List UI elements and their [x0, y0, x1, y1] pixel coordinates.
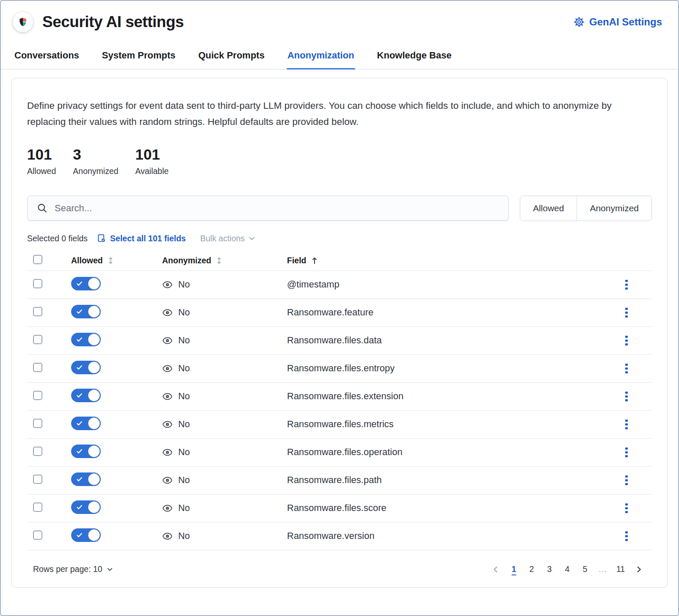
check-icon	[76, 448, 83, 455]
table-footer: Rows per page: 10 12345...11	[27, 550, 652, 580]
eye-icon	[162, 279, 173, 290]
row-actions-button[interactable]	[623, 333, 630, 348]
anonymized-value: No	[178, 391, 190, 402]
row-actions-button[interactable]	[623, 501, 630, 516]
stat-label: Available	[135, 166, 169, 176]
row-checkbox[interactable]	[33, 503, 42, 512]
eye-icon	[162, 419, 173, 430]
table-row: No Ransomware.files.path	[27, 466, 652, 494]
boxes-vertical-icon	[625, 420, 628, 422]
row-actions-button[interactable]	[623, 529, 630, 544]
row-checkbox[interactable]	[33, 447, 42, 456]
pagination-next-button[interactable]	[632, 564, 646, 575]
check-icon	[76, 504, 83, 511]
row-actions-button[interactable]	[623, 389, 630, 404]
row-checkbox[interactable]	[33, 363, 42, 372]
select-all-label: Select all 101 fields	[110, 234, 186, 243]
toggle-knob	[88, 529, 100, 541]
check-icon	[76, 532, 83, 539]
chevron-right-icon	[635, 566, 643, 573]
genai-settings-label: GenAI Settings	[589, 16, 662, 28]
boxes-vertical-icon	[625, 364, 628, 366]
pagination-page-2[interactable]: 2	[525, 562, 538, 577]
chevron-down-icon	[107, 566, 113, 572]
column-header-allowed[interactable]: Allowed	[71, 256, 114, 265]
row-checkbox[interactable]	[33, 307, 42, 316]
row-actions-button[interactable]	[623, 445, 630, 460]
bulk-actions-button[interactable]: Bulk actions	[200, 234, 255, 243]
field-name: Ransomware.version	[287, 530, 375, 541]
selected-count: Selected 0 fields	[27, 234, 88, 243]
search-input[interactable]	[55, 203, 499, 214]
row-checkbox[interactable]	[33, 279, 42, 288]
rows-per-page-label: Rows per page: 10	[33, 564, 102, 574]
pagination-pages: 12345...11	[507, 562, 627, 577]
rows-per-page-button[interactable]: Rows per page: 10	[33, 564, 113, 574]
allowed-toggle[interactable]	[71, 333, 101, 346]
row-actions-button[interactable]	[623, 473, 630, 488]
pagination-page-11[interactable]: 11	[614, 562, 627, 577]
anonymized-value: No	[178, 363, 190, 374]
allowed-toggle[interactable]	[71, 417, 101, 430]
toggle-knob	[88, 417, 100, 429]
table-body: No @timestamp No Ransomware	[27, 271, 652, 550]
stat-value: 101	[135, 147, 169, 163]
field-name: Ransomware.files.score	[287, 503, 386, 513]
table-row: No Ransomware.files.score	[27, 494, 652, 522]
column-header-field[interactable]: Field	[287, 256, 318, 265]
sort-ascending-icon	[311, 257, 318, 265]
check-icon	[76, 476, 83, 483]
check-icon	[76, 392, 83, 399]
field-name: Ransomware.files.metrics	[287, 419, 394, 429]
row-checkbox[interactable]	[33, 530, 42, 540]
column-header-anonymized[interactable]: Anonymized	[162, 256, 223, 265]
genai-settings-link[interactable]: GenAI Settings	[574, 16, 662, 28]
row-checkbox[interactable]	[33, 335, 42, 344]
row-actions-button[interactable]	[623, 417, 630, 432]
allowed-toggle[interactable]	[71, 277, 101, 290]
tab-quick-prompts[interactable]: Quick Prompts	[197, 45, 265, 69]
stat-anonymized: 3 Anonymized	[73, 147, 118, 176]
select-all-checkbox[interactable]	[33, 255, 42, 264]
anonymized-value: No	[178, 475, 190, 486]
allowed-toggle[interactable]	[71, 361, 101, 374]
tab-conversations[interactable]: Conversations	[14, 45, 80, 69]
anonymized-value: No	[178, 503, 190, 514]
stat-value: 101	[27, 147, 56, 163]
filter-anonymized-button[interactable]: Anonymized	[577, 196, 651, 221]
table-row: No Ransomware.version	[27, 522, 652, 550]
search-box	[27, 196, 509, 221]
row-actions-button[interactable]	[623, 305, 630, 320]
tab-anonymization[interactable]: Anonymization	[287, 45, 355, 69]
eye-icon	[162, 531, 173, 541]
pagination-page-1[interactable]: 1	[507, 562, 521, 577]
row-actions-button[interactable]	[623, 277, 630, 293]
pagination-page-5[interactable]: 5	[578, 562, 592, 577]
select-all-link[interactable]: Select all 101 fields	[97, 234, 186, 243]
page-header: Security AI settings GenAI Settings	[1, 1, 678, 35]
allowed-toggle[interactable]	[71, 389, 101, 402]
boxes-vertical-icon	[625, 308, 628, 310]
anonymized-value: No	[178, 447, 190, 458]
row-checkbox[interactable]	[33, 419, 42, 428]
pagination-prev-button[interactable]	[489, 564, 503, 575]
tab-system-prompts[interactable]: System Prompts	[101, 45, 177, 69]
row-actions-button[interactable]	[623, 361, 630, 376]
toggle-knob	[88, 389, 100, 401]
bulk-actions-label: Bulk actions	[200, 234, 245, 243]
tab-knowledge-base[interactable]: Knowledge Base	[376, 45, 453, 69]
allowed-toggle[interactable]	[71, 472, 101, 486]
pagination-page-4[interactable]: 4	[560, 562, 574, 577]
row-checkbox[interactable]	[33, 475, 42, 484]
pagination-page-3[interactable]: 3	[543, 562, 556, 577]
allowed-toggle[interactable]	[71, 528, 101, 542]
sortable-icon	[107, 257, 114, 264]
allowed-toggle[interactable]	[71, 500, 101, 514]
filter-allowed-button[interactable]: Allowed	[520, 196, 577, 221]
toggle-knob	[88, 445, 100, 457]
allowed-toggle[interactable]	[71, 445, 101, 458]
row-checkbox[interactable]	[33, 391, 42, 400]
allowed-toggle[interactable]	[71, 305, 101, 318]
toggle-knob	[88, 306, 100, 318]
search-icon	[37, 203, 47, 213]
